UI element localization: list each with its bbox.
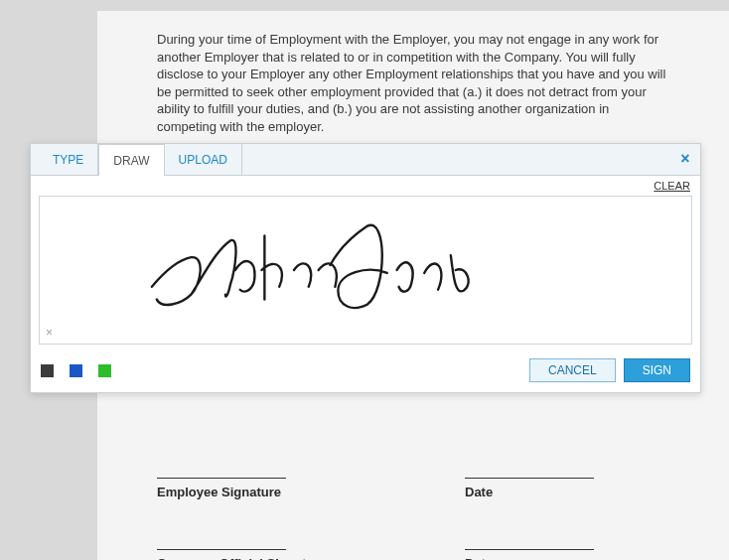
date-block-1: Date — [465, 478, 594, 499]
modal-footer: CANCEL SIGN — [31, 350, 700, 392]
date-line-2[interactable] — [465, 549, 594, 550]
tab-type[interactable]: TYPE — [39, 144, 98, 176]
doc-paragraph-1: During your time of Employment with the … — [157, 31, 669, 135]
signature-canvas[interactable]: × — [39, 196, 692, 345]
date-label-2: Date — [465, 556, 594, 560]
color-swatch-black[interactable] — [41, 364, 54, 377]
tab-upload[interactable]: UPLOAD — [165, 144, 242, 176]
clear-row: CLEAR — [31, 176, 700, 196]
employee-signature-label: Employee Signature — [157, 485, 465, 499]
company-signature-line[interactable] — [157, 549, 286, 550]
signature-tabbar: TYPE DRAW UPLOAD × — [31, 144, 700, 176]
close-icon[interactable]: × — [676, 150, 694, 168]
date-label-1: Date — [465, 485, 594, 499]
clear-button[interactable]: CLEAR — [654, 180, 690, 192]
cancel-button[interactable]: CANCEL — [529, 358, 616, 382]
signature-drawing — [40, 197, 691, 344]
company-signature-label: Company Official Signature — [157, 556, 465, 560]
color-swatch-green[interactable] — [98, 364, 111, 377]
date-line-1[interactable] — [465, 478, 594, 479]
employee-signature-line[interactable] — [157, 478, 286, 479]
color-swatch-blue[interactable] — [70, 364, 82, 377]
date-block-2: Date — [465, 549, 594, 560]
employee-signature-block: Employee Signature — [157, 478, 465, 499]
signature-row-1: Employee Signature Date — [157, 478, 669, 499]
canvas-clear-icon[interactable]: × — [46, 326, 53, 340]
signature-modal: TYPE DRAW UPLOAD × CLEAR × CANCEL SIGN — [30, 143, 701, 393]
signature-row-2: Company Official Signature Date — [157, 549, 669, 560]
company-signature-block: Company Official Signature — [157, 549, 465, 560]
sign-button[interactable]: SIGN — [624, 358, 690, 382]
tab-draw[interactable]: DRAW — [98, 144, 164, 176]
